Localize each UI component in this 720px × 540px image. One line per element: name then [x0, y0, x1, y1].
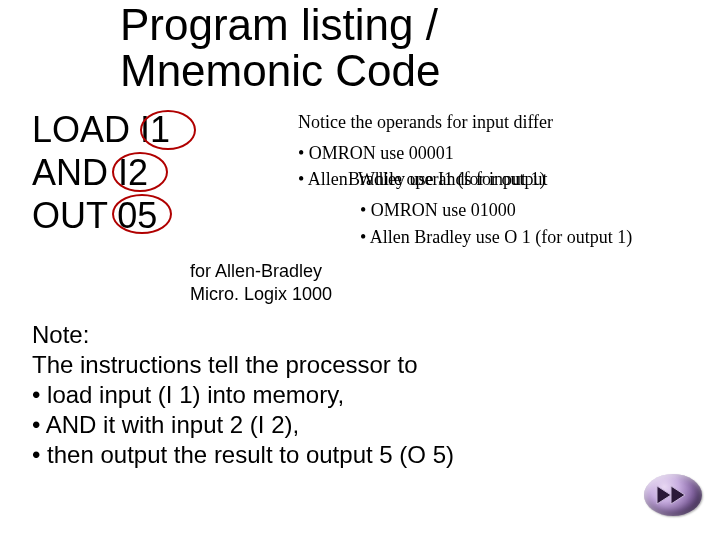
notice-bullet-3: • Allen Bradley use O 1 (for output 1): [360, 227, 698, 248]
slide: Program listing / Mnemonic Code LOAD I1 …: [0, 0, 720, 540]
notice-bullet-1a-overlap: While operands for output Bradley use I1…: [358, 169, 547, 190]
note-line-3: • load input (I 1) into memory,: [32, 380, 682, 410]
title-line-1: Program listing /: [120, 2, 600, 48]
note-block: Note: The instructions tell the processo…: [32, 320, 682, 470]
overlap-text-b: Bradley use I1 (for input 1): [348, 169, 545, 190]
note-line-4: • AND it with input 2 (I 2),: [32, 410, 682, 440]
note-line-1: Note:: [32, 320, 682, 350]
title-line-2: Mnemonic Code: [120, 48, 600, 94]
fast-forward-icon: [655, 484, 691, 506]
svg-marker-1: [671, 486, 685, 504]
next-slide-button[interactable]: [644, 474, 702, 516]
device-caption: for Allen-Bradley Micro. Logix 1000: [190, 260, 332, 305]
operand-circle-2: [112, 152, 168, 192]
note-line-2: The instructions tell the processor to: [32, 350, 682, 380]
notice-block: Notice the operands for input differ • O…: [298, 112, 698, 247]
notice-bullet-2: • OMRON use 01000: [360, 200, 698, 221]
note-line-5: • then output the result to output 5 (O …: [32, 440, 682, 470]
notice-header: Notice the operands for input differ: [298, 112, 698, 133]
notice-bullet-1: • OMRON use 00001: [298, 143, 698, 164]
notice-bullet-1a-left: • Allen: [298, 169, 348, 189]
slide-title: Program listing / Mnemonic Code: [120, 2, 600, 94]
caption-line-2: Micro. Logix 1000: [190, 283, 332, 306]
operand-circle-1: [140, 110, 196, 150]
svg-marker-0: [657, 486, 671, 504]
operand-circle-3: [112, 194, 172, 234]
notice-bullet-1a: • Allen While operands for output Bradle…: [298, 169, 698, 190]
caption-line-1: for Allen-Bradley: [190, 260, 332, 283]
